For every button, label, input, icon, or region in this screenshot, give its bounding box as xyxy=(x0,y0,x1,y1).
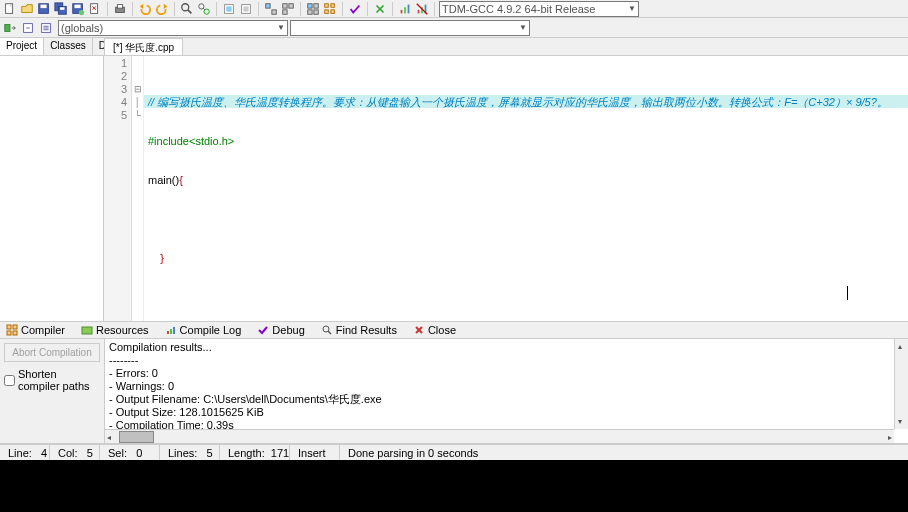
delete-profile-icon[interactable] xyxy=(414,1,430,17)
svg-rect-23 xyxy=(272,9,276,13)
svg-rect-5 xyxy=(60,7,64,10)
grid-icon[interactable] xyxy=(322,1,338,17)
tab-findresults[interactable]: Find Results xyxy=(317,323,401,337)
svg-rect-49 xyxy=(7,331,11,335)
debug-stop-icon[interactable] xyxy=(372,1,388,17)
compiler-select-value: TDM-GCC 4.9.2 64-bit Release xyxy=(442,3,595,15)
replace-icon[interactable] xyxy=(196,1,212,17)
compile-log-output[interactable]: Compilation results... -------- - Errors… xyxy=(105,339,908,443)
svg-rect-34 xyxy=(331,9,335,13)
svg-point-8 xyxy=(79,9,84,14)
svg-rect-51 xyxy=(82,327,92,334)
fold-gutter: ⊟│└ xyxy=(132,56,144,321)
svg-rect-33 xyxy=(325,9,329,13)
horizontal-scrollbar[interactable] xyxy=(105,429,894,443)
save-as-icon[interactable] xyxy=(70,1,86,17)
svg-rect-48 xyxy=(13,325,17,329)
abort-compilation-button: Abort Compilation xyxy=(4,343,100,362)
scope-select[interactable]: (globals)▼ xyxy=(58,20,288,36)
rebuild-icon[interactable] xyxy=(305,1,321,17)
compile-run1-icon[interactable] xyxy=(263,1,279,17)
back-icon[interactable] xyxy=(20,20,36,36)
svg-rect-29 xyxy=(308,9,312,13)
svg-rect-40 xyxy=(418,9,420,13)
fold-minus-icon[interactable]: ⊟ xyxy=(132,83,143,96)
find-icon[interactable] xyxy=(179,1,195,17)
svg-rect-47 xyxy=(7,325,11,329)
text-cursor xyxy=(847,286,848,300)
open-icon[interactable] xyxy=(19,1,35,17)
compile-run2-icon[interactable] xyxy=(280,1,296,17)
output-tabs: Compiler Resources Compile Log Debug Fin… xyxy=(0,321,908,339)
svg-rect-38 xyxy=(404,7,406,13)
svg-rect-0 xyxy=(6,3,13,13)
profile-icon[interactable] xyxy=(397,1,413,17)
main-toolbar: TDM-GCC 4.9.2 64-bit Release▼ xyxy=(0,0,908,18)
tab-compilelog[interactable]: Compile Log xyxy=(161,323,246,337)
svg-rect-2 xyxy=(41,4,47,8)
save-all-icon[interactable] xyxy=(53,1,69,17)
svg-line-15 xyxy=(188,9,192,13)
svg-rect-27 xyxy=(308,3,312,7)
svg-rect-25 xyxy=(289,3,293,7)
svg-rect-52 xyxy=(167,331,169,334)
svg-rect-22 xyxy=(266,3,270,7)
undo-icon[interactable] xyxy=(137,1,153,17)
svg-rect-24 xyxy=(283,3,287,7)
member-select[interactable]: ▼ xyxy=(290,20,530,36)
svg-point-14 xyxy=(182,3,189,10)
tab-close[interactable]: Close xyxy=(409,323,460,337)
svg-rect-28 xyxy=(314,3,318,7)
svg-rect-32 xyxy=(331,3,335,7)
svg-rect-19 xyxy=(226,6,231,11)
code-editor[interactable]: 12345 ⊟│└ // 编写摄氏温度、华氏温度转换程序。要求：从键盘输入一个摄… xyxy=(104,56,908,321)
svg-rect-50 xyxy=(13,331,17,335)
svg-rect-54 xyxy=(173,327,175,334)
scope-select-value: (globals) xyxy=(61,22,103,34)
tab-compiler[interactable]: Compiler xyxy=(2,323,69,337)
svg-line-56 xyxy=(328,331,331,334)
svg-rect-37 xyxy=(401,9,403,13)
line-gutter: 12345 xyxy=(104,56,132,321)
run-icon[interactable] xyxy=(238,1,254,17)
save-icon[interactable] xyxy=(36,1,52,17)
project-panel: Project Classes Debug xyxy=(0,38,104,321)
scope-toolbar: (globals)▼ ▼ xyxy=(0,18,908,38)
svg-rect-31 xyxy=(325,3,329,7)
project-tree[interactable] xyxy=(0,56,103,321)
new-file-icon[interactable] xyxy=(2,1,18,17)
status-bar: Line: 4 Col: 5 Sel: 0 Lines: 5 Length: 1… xyxy=(0,444,908,460)
svg-rect-7 xyxy=(75,4,81,8)
svg-rect-13 xyxy=(117,4,122,8)
svg-rect-26 xyxy=(283,9,287,13)
print-icon[interactable] xyxy=(112,1,128,17)
tab-classes[interactable]: Classes xyxy=(44,38,93,55)
close-file-icon[interactable] xyxy=(87,1,103,17)
tab-project[interactable]: Project xyxy=(0,38,44,55)
debug-check-icon[interactable] xyxy=(347,1,363,17)
svg-rect-21 xyxy=(243,6,248,11)
svg-rect-30 xyxy=(314,9,318,13)
svg-rect-53 xyxy=(170,329,172,334)
tab-btm-debug[interactable]: Debug xyxy=(253,323,308,337)
editor-tab-active[interactable]: [*] 华氏度.cpp xyxy=(104,38,183,55)
tab-resources[interactable]: Resources xyxy=(77,323,153,337)
vertical-scrollbar[interactable] xyxy=(894,339,908,429)
redo-icon[interactable] xyxy=(154,1,170,17)
compile-controls: Abort Compilation Shorten compiler paths xyxy=(0,339,105,443)
goto-func-icon[interactable] xyxy=(2,20,18,36)
compiler-select[interactable]: TDM-GCC 4.9.2 64-bit Release▼ xyxy=(439,1,639,17)
fwd-icon[interactable] xyxy=(38,20,54,36)
editor-tabs: [*] 华氏度.cpp xyxy=(104,38,908,56)
svg-rect-39 xyxy=(408,4,410,13)
shorten-paths-checkbox[interactable]: Shorten compiler paths xyxy=(4,368,100,392)
compile-icon[interactable] xyxy=(221,1,237,17)
svg-rect-44 xyxy=(5,24,10,31)
